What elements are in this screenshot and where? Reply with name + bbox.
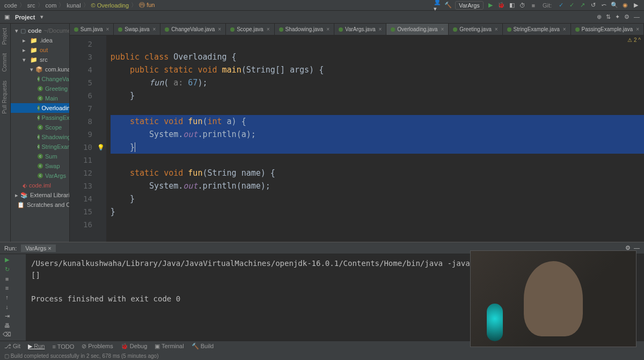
presenter [524,261,583,336]
tree-external[interactable]: ▸📚 External Libraries [11,190,69,200]
breadcrumb-kunal[interactable]: kunal [67,2,80,9]
project-tool-icon[interactable]: ▣ [4,13,10,20]
tab-greeting[interactable]: Greeting.java× [449,24,502,35]
tree-main[interactable]: c Main [11,93,69,103]
git-push-icon[interactable]: ↗ [579,2,586,9]
run-tab[interactable]: VarArgs × [21,244,55,252]
code-body[interactable]: public class Overloading { public static… [106,35,644,242]
pull-requests-tab[interactable]: Pull Requests [0,76,9,118]
line-gutter[interactable]: 2 ▶3 ▶4 5 6 7 8 9 10 11 12 13 14 15 16 [70,35,96,242]
tab-stringexample[interactable]: StringExample.java× [503,24,571,35]
tree-src[interactable]: ▾📁 src [11,55,69,64]
run-label: Run: [4,245,17,251]
breadcrumb-code[interactable]: code [4,2,17,9]
user-icon[interactable]: 👤▾ [434,2,441,9]
tree-out[interactable]: ▸📁 out [11,45,69,55]
bottab-problems[interactable]: ⊘ Problems [82,343,113,350]
tree-passingexample[interactable]: c PassingExample [11,113,69,123]
navigation-bar: code〉 src〉 com〉 kunal〉 © Overloading〉 ⓜ … [0,0,644,11]
hammer-icon[interactable]: 🔨 [444,2,452,9]
collapse-icon[interactable]: ✦ [615,13,620,20]
project-sidebar: ▾▢ code ~/Documents/Community Classroom/… [11,24,70,242]
gutter-icons: 💡 [96,35,106,242]
tab-varargs[interactable]: VarArgs.java× [334,24,386,35]
tree-varargs[interactable]: c VarArgs [11,171,69,181]
expand-icon[interactable]: ⇅ [606,13,611,20]
up-icon[interactable]: ↑ [2,294,12,301]
bottab-terminal[interactable]: ▣ Terminal [155,343,184,350]
stop-icon[interactable]: ■ [530,2,537,9]
code-surface[interactable]: ⚠ 2 ㅤ^ 2 ▶3 ▶4 5 6 7 8 9 10 11 12 13 14 … [70,35,644,242]
down-icon[interactable]: ↓ [2,303,12,310]
select-opened-icon[interactable]: ⊕ [597,13,602,20]
project-tab[interactable]: Project [0,24,9,49]
rerun2-icon[interactable]: ↻ [2,265,12,272]
tree-shadowing[interactable]: c Shadowing [11,132,69,142]
status-tool-icon[interactable]: ▢ [4,353,9,359]
tree-root[interactable]: ▾▢ code ~/Documents/Community Classroom/… [11,26,69,35]
bottab-run[interactable]: ▶ Run [28,343,45,350]
bottab-build[interactable]: 🔨 Build [192,343,214,350]
git-label: Git: [543,2,552,9]
run-icon[interactable]: ▶ [487,2,494,9]
git-history-icon[interactable]: ↺ [589,2,597,9]
layout-icon[interactable]: ≡ [2,284,12,291]
settings-gear-icon[interactable]: ⚙ [624,13,630,20]
wrap-icon[interactable]: ⇥ [2,312,12,319]
tab-sum[interactable]: Sum.java× [70,24,114,35]
project-title[interactable]: Project [15,14,35,20]
tree-iml[interactable]: ⬖ code.iml [11,181,69,190]
tab-passingexample[interactable]: PassingExample.java× [571,24,644,35]
commit-tab[interactable]: Commit [0,49,9,76]
bottab-debug[interactable]: 🐞 Debug [121,343,147,350]
git-update-icon[interactable]: ✓ [557,2,565,9]
hide-icon[interactable]: — [634,13,640,20]
git-rollback-icon[interactable]: ⤺ [600,2,608,9]
intention-bulb-icon[interactable]: 💡 [97,144,105,151]
bottab-git[interactable]: ⎇ Git [4,343,20,350]
tab-scope[interactable]: Scope.java× [226,24,274,35]
tree-swap[interactable]: c Swap [11,161,69,171]
breadcrumb: code〉 src〉 com〉 kunal〉 © Overloading〉 ⓜ … [4,1,155,9]
ide-icon[interactable]: ▶ [632,2,640,9]
run-side-toolbar: ▶ ↻ ■ ≡ ↑ ↓ ⇥ 🖶 ⌫ 📌 [0,254,26,350]
microphone [487,304,503,341]
status-text: Build completed successfully in 2 sec, 6… [11,353,159,359]
tree-stringexample[interactable]: c StringExample [11,142,69,152]
print-icon[interactable]: 🖶 [2,322,12,329]
tree-overloading[interactable]: c Overloading [11,103,69,113]
tab-overloading[interactable]: Overloading.java× [386,24,449,35]
tree-greeting[interactable]: c Greeting [11,84,69,93]
breadcrumb-com[interactable]: com [46,2,57,9]
settings-icon[interactable]: ◉ [621,2,629,9]
tree-scope[interactable]: c Scope [11,123,69,132]
tree-changevalue[interactable]: c ChangeValue [11,74,69,84]
rerun-icon[interactable]: ▶ [2,256,12,263]
editor-area: Sum.java× Swap.java× ChangeValue.java× S… [70,24,644,242]
tab-shadowing[interactable]: Shadowing.java× [275,24,334,35]
run-config-selector[interactable]: VarArgs [455,1,484,10]
clear-icon[interactable]: ⌫ [2,331,12,338]
tab-swap[interactable]: Swap.java× [114,24,160,35]
stop-run-icon[interactable]: ■ [2,275,12,282]
tree-pkg[interactable]: ▾📦 com.kunal [11,64,69,74]
bottab-todo[interactable]: ≡ TODO [52,343,74,350]
webcam-overlay [470,250,636,347]
project-dropdown-icon[interactable]: ▾ [40,13,43,20]
editor-tabs: Sum.java× Swap.java× ChangeValue.java× S… [70,24,644,35]
tree-scratches[interactable]: 📋 Scratches and Consoles [11,200,69,210]
tree-sum[interactable]: c Sum [11,152,69,161]
debug-icon[interactable]: 🐞 [497,2,505,9]
project-toolbar: ▣ Project ▾ ⊕ ⇅ ✦ ⚙ — [0,11,644,24]
search-icon[interactable]: 🔍 [611,2,618,9]
tree-idea[interactable]: ▸📁 .idea [11,35,69,45]
breadcrumb-src[interactable]: src [27,2,35,9]
profile-icon[interactable]: ⏱ [519,2,526,9]
left-tool-strip: Project Commit Pull Requests [0,24,11,242]
breadcrumb-method[interactable]: ⓜ fun [139,1,155,9]
breadcrumb-class[interactable]: © Overloading [91,2,129,9]
coverage-icon[interactable]: ◧ [508,2,516,9]
tab-changevalue[interactable]: ChangeValue.java× [160,24,226,35]
toolbar-right: 👤▾ 🔨 VarArgs ▶ 🐞 ◧ ⏱ ■ Git: ✓ ✓ ↗ ↺ ⤺ 🔍 … [434,1,640,10]
git-commit-icon[interactable]: ✓ [568,2,575,9]
